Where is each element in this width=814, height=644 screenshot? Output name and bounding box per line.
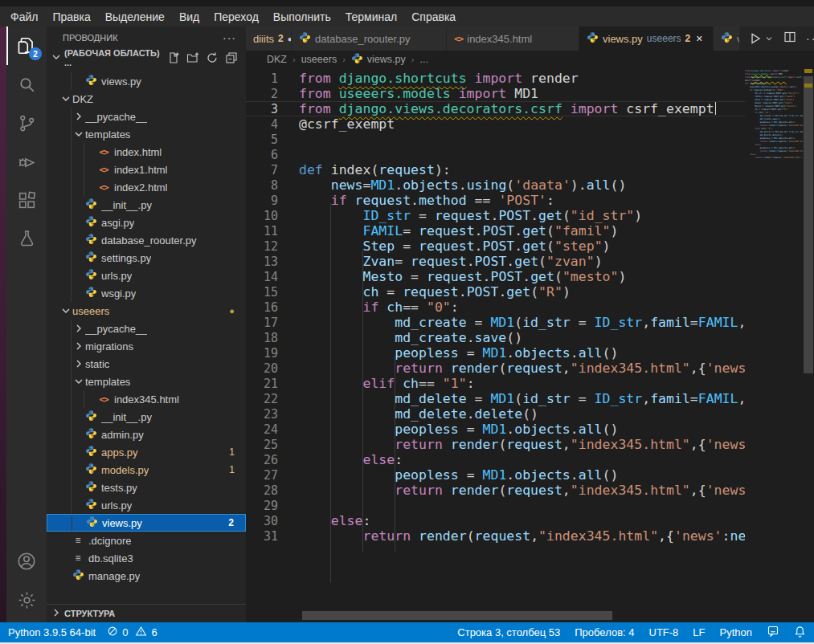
- tree-item-admin.py[interactable]: admin.py: [47, 426, 246, 443]
- breadcrumb-item-2[interactable]: views.py: [367, 54, 406, 65]
- tree-item-__init__.py[interactable]: __init__.py: [47, 196, 246, 214]
- code-line-8: 8 news=MD1.objects.using('daata').all(): [246, 177, 745, 193]
- menu-item-3[interactable]: Вид: [172, 6, 207, 26]
- tree-item-index.html[interactable]: <>index.html: [47, 143, 246, 161]
- run-debug-activity-icon[interactable]: [6, 142, 47, 181]
- tree-item-__pycache__[interactable]: __pycache__: [47, 320, 246, 337]
- horizontal-scrollbar[interactable]: [246, 611, 745, 621]
- code-editor[interactable]: 1from django.shortcuts import render2fro…: [246, 68, 745, 609]
- tab-vie[interactable]: vie: [714, 26, 739, 51]
- problems-status[interactable]: 0 6: [107, 626, 157, 639]
- tree-item-views.py[interactable]: views.py2: [47, 514, 246, 532]
- code-line-24: 24 peopless = MD1.objects.all(): [246, 422, 745, 437]
- tree-item-database_roouter.py[interactable]: database_roouter.py: [47, 231, 246, 249]
- explorer-activity-icon[interactable]: 2: [6, 26, 47, 65]
- tab-views.py[interactable]: views.pyuseeers2×: [579, 26, 713, 51]
- source-control-activity-icon[interactable]: [6, 104, 47, 142]
- line-number: 6: [246, 148, 278, 163]
- tree-item-wsgi.py[interactable]: wsgi.py: [47, 284, 246, 302]
- status-encoding[interactable]: UTF-8: [649, 626, 679, 638]
- refresh-icon[interactable]: [206, 51, 219, 64]
- code-line-3: 3from django.views.decorators.csrf impor…: [246, 101, 745, 116]
- line-number: 17: [246, 316, 278, 331]
- tree-item-__init__.py[interactable]: __init__.py: [47, 408, 246, 426]
- extensions-activity-icon[interactable]: [6, 181, 47, 219]
- tree-item-DKZ[interactable]: DKZ: [47, 90, 246, 108]
- tree-item-templates[interactable]: templates: [47, 373, 246, 390]
- close-tab-icon[interactable]: ×: [696, 32, 702, 45]
- vertical-scrollbar-thumb[interactable]: [804, 76, 813, 373]
- status-language-mode[interactable]: Python: [720, 626, 752, 638]
- tree-item-index1.html[interactable]: <>index1.html: [47, 161, 246, 178]
- menu-item-0[interactable]: Файл: [3, 6, 45, 26]
- tree-item-label: db.sqlite3: [88, 552, 133, 565]
- new-file-icon[interactable]: [167, 51, 180, 64]
- tree-item-migrations[interactable]: migrations: [47, 337, 246, 355]
- tree-item-index345.html[interactable]: <>index345.html: [47, 390, 246, 408]
- breadcrumb-item-3[interactable]: ...: [419, 54, 427, 65]
- line-number: 15: [246, 285, 278, 300]
- tree-item-views.py[interactable]: views.py: [47, 72, 246, 90]
- unsaved-dot-icon[interactable]: ●: [288, 35, 291, 43]
- tree-item-models.py[interactable]: models.py1: [47, 461, 246, 479]
- python-interpreter-status[interactable]: Python 3.9.5 64-bit: [8, 626, 96, 638]
- breadcrumb-item-1[interactable]: useeers: [301, 54, 337, 65]
- tree-item-.dcignore[interactable]: ≡.dcignore: [47, 532, 246, 549]
- breadcrumb-item-0[interactable]: DKZ: [267, 54, 287, 65]
- outline-section-header[interactable]: СТРУКТУРА: [47, 604, 246, 622]
- tree-item-db.sqlite3[interactable]: ≡db.sqlite3: [47, 549, 246, 567]
- code-line-31: 31 return render(request,"index345.html"…: [246, 528, 745, 544]
- menu-item-6[interactable]: Терминал: [338, 6, 404, 26]
- tree-item-apps.py[interactable]: apps.py1: [47, 443, 246, 461]
- feedback-smiley-icon[interactable]: [767, 625, 779, 640]
- tab-index345.html[interactable]: <>index345.html: [447, 26, 579, 51]
- menu-item-2[interactable]: Выделение: [98, 6, 172, 26]
- menu-item-1[interactable]: Правка: [45, 6, 97, 26]
- status-indentation[interactable]: Пробелов: 4: [575, 626, 634, 638]
- tree-item-tests.py[interactable]: tests.py: [47, 479, 246, 496]
- tree-item-asgi.py[interactable]: asgi.py: [47, 214, 246, 231]
- horizontal-scrollbar-thumb[interactable]: [302, 611, 612, 620]
- menu-item-7[interactable]: Справка: [404, 6, 463, 26]
- line-number: 16: [246, 300, 278, 316]
- tree-item-templates[interactable]: templates: [47, 125, 246, 143]
- account-icon[interactable]: [6, 542, 47, 581]
- tree-item-settings.py[interactable]: settings.py: [47, 249, 246, 267]
- python-version-label: Python 3.9.5 64-bit: [8, 626, 96, 638]
- tree-item-index2.html[interactable]: <>index2.html: [47, 178, 246, 196]
- code-line-16: 16 if ch== "0":: [246, 300, 745, 315]
- menu-item-5[interactable]: Выполнить: [266, 6, 338, 26]
- line-number: 26: [246, 453, 278, 468]
- collapse-folders-icon[interactable]: [225, 51, 238, 64]
- tree-item-static[interactable]: static: [47, 355, 246, 373]
- tree-item-urls.py[interactable]: urls.py: [47, 496, 246, 514]
- tree-item-manage.py[interactable]: manage.py: [47, 567, 246, 585]
- tree-item-useeers[interactable]: useeers●: [47, 302, 246, 320]
- split-editor-icon[interactable]: [783, 31, 796, 47]
- explorer-badge: 2: [29, 47, 42, 60]
- more-actions-icon[interactable]: ···: [806, 32, 814, 45]
- status-cursor-position[interactable]: Строка 3, столбец 53: [457, 626, 560, 638]
- tab-diiits[interactable]: diiits2●: [246, 26, 291, 51]
- tree-item-label: asgi.py: [101, 217, 134, 229]
- run-file-icon[interactable]: [748, 31, 774, 46]
- python-icon: [351, 52, 363, 67]
- tab-database_roouter.py[interactable]: database_roouter.py: [292, 26, 446, 51]
- tree-item-__pycache__[interactable]: __pycache__: [47, 108, 246, 125]
- tree-item-urls.py[interactable]: urls.py: [47, 267, 246, 284]
- menu-item-4[interactable]: Переход: [207, 6, 266, 26]
- notifications-bell-icon[interactable]: [794, 626, 806, 640]
- indent-guide: [330, 203, 331, 583]
- search-activity-icon[interactable]: [6, 65, 47, 104]
- line-number: 7: [246, 163, 278, 178]
- new-folder-icon[interactable]: [186, 51, 199, 64]
- workspace-section-header[interactable]: (РАБОЧАЯ ОБЛАСТЬ) ...: [47, 48, 246, 67]
- minimap[interactable]: from django.shortcuts import renderfrom …: [745, 68, 803, 609]
- explorer-more-actions-icon[interactable]: ···: [223, 31, 236, 44]
- settings-icon[interactable]: [6, 581, 47, 619]
- status-eol[interactable]: LF: [693, 626, 705, 638]
- vertical-scrollbar[interactable]: [803, 68, 814, 609]
- explorer-title: ПРОВОДНИК: [63, 33, 118, 43]
- testing-activity-icon[interactable]: [6, 219, 47, 258]
- line-number: 4: [246, 117, 278, 132]
